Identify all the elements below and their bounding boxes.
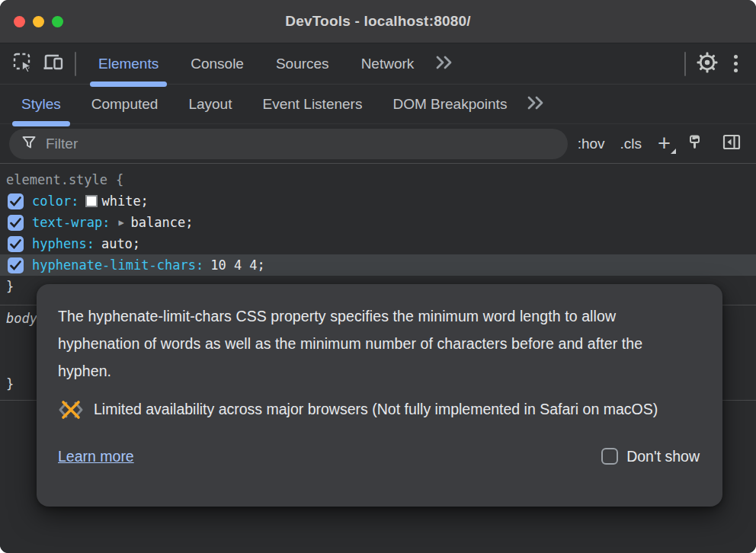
property-value[interactable]: balance; [131, 215, 194, 230]
property-checkbox[interactable] [8, 215, 24, 231]
element-classes-button[interactable]: .cls [615, 136, 648, 152]
inspect-cursor-icon [11, 51, 34, 77]
toggle-device-toolbar-button[interactable] [38, 49, 69, 79]
tab-styles[interactable]: Styles [6, 85, 76, 124]
main-toolbar: Elements Console Sources Network [0, 43, 756, 85]
dont-show-label: Don't show [626, 443, 700, 470]
kebab-menu-icon [734, 55, 738, 72]
customize-devtools-button[interactable] [722, 49, 748, 79]
inspect-element-button[interactable] [8, 49, 38, 79]
device-toolbar-icon [42, 51, 65, 77]
rule-selector[interactable]: element.style [6, 172, 107, 187]
color-swatch[interactable] [85, 195, 98, 207]
dont-show-control[interactable]: Don't show [601, 443, 700, 470]
elements-sidebar-tabs: Styles Computed Layout Event Listeners D… [0, 85, 756, 124]
learn-more-link[interactable]: Learn more [58, 443, 134, 470]
css-property-row[interactable]: hyphens: auto; [0, 233, 756, 254]
titlebar: DevTools - localhost:8080/ [0, 0, 756, 43]
tooltip-warning-row: Limited availability across major browse… [58, 395, 700, 428]
new-style-rule-button[interactable]: + [652, 133, 677, 155]
tab-computed[interactable]: Computed [76, 85, 174, 124]
toolbar-divider [75, 52, 76, 76]
tab-dom-breakpoints[interactable]: DOM Breakpoints [377, 85, 522, 124]
toggle-sidebar-button[interactable] [716, 129, 747, 159]
toolbar-divider-right [684, 52, 686, 76]
tab-layout[interactable]: Layout [173, 85, 247, 124]
rule-selector[interactable]: body [6, 311, 37, 326]
rendering-emulations-button[interactable] [681, 129, 712, 159]
tab-event-listeners[interactable]: Event Listeners [247, 85, 377, 124]
more-tabs-button[interactable] [430, 49, 456, 79]
css-property-row[interactable]: color: white; [0, 190, 756, 212]
zoom-window-button[interactable] [52, 16, 63, 27]
tooltip-footer: Learn more Don't show [58, 443, 700, 470]
funnel-icon [21, 135, 37, 153]
property-name[interactable]: hyphens [32, 236, 87, 251]
css-property-row[interactable]: text-wrap: ▶ balance; [0, 212, 756, 233]
close-window-button[interactable] [14, 16, 25, 27]
chevron-double-right-icon [526, 95, 546, 113]
rule-header: element.style { [0, 169, 756, 190]
property-name[interactable]: text-wrap [32, 215, 102, 230]
tooltip-description: The hyphenate-limit-chars CSS property s… [58, 302, 700, 385]
settings-button[interactable] [692, 49, 722, 79]
expand-triangle-icon[interactable]: ▶ [118, 217, 123, 228]
property-value[interactable]: white; [101, 193, 148, 209]
tab-sources[interactable]: Sources [260, 43, 345, 85]
styles-pane: element.style { color: white; text-wrap:… [0, 164, 756, 553]
paintbrush-icon [686, 132, 707, 156]
tooltip-warning-text: Limited availability across major browse… [94, 395, 658, 423]
traffic-lights [14, 16, 63, 27]
property-checkbox[interactable] [8, 193, 24, 209]
css-property-row-hovered[interactable]: hyphenate-limit-chars: 10 4 4; [0, 254, 756, 276]
property-name[interactable]: color [32, 193, 71, 209]
filter-input[interactable] [46, 136, 556, 152]
tab-elements[interactable]: Elements [82, 43, 175, 85]
tab-network[interactable]: Network [345, 43, 431, 85]
chevron-double-right-icon [434, 55, 454, 73]
dropdown-corner-icon [671, 149, 676, 154]
dont-show-checkbox[interactable] [601, 448, 618, 465]
styles-filter-bar: :hov .cls + [0, 124, 756, 164]
property-value[interactable]: auto; [101, 236, 140, 251]
toggle-element-state-button[interactable]: :hov [572, 136, 610, 152]
tab-console[interactable]: Console [175, 43, 260, 85]
minimize-window-button[interactable] [33, 16, 44, 27]
property-checkbox[interactable] [8, 257, 24, 273]
property-documentation-tooltip: The hyphenate-limit-chars CSS property s… [37, 284, 722, 507]
devtools-window: DevTools - localhost:8080/ Elements Co [0, 0, 756, 553]
filter-field[interactable] [9, 129, 568, 159]
property-checkbox[interactable] [8, 236, 24, 252]
limited-availability-icon [58, 400, 84, 428]
window-title: DevTools - localhost:8080/ [0, 13, 756, 30]
property-name[interactable]: hyphenate-limit-chars [32, 257, 196, 273]
gear-icon [696, 51, 719, 77]
dock-panel-icon [721, 132, 742, 156]
more-panels-button[interactable] [522, 89, 549, 120]
property-value[interactable]: 10 4 4; [210, 257, 265, 273]
